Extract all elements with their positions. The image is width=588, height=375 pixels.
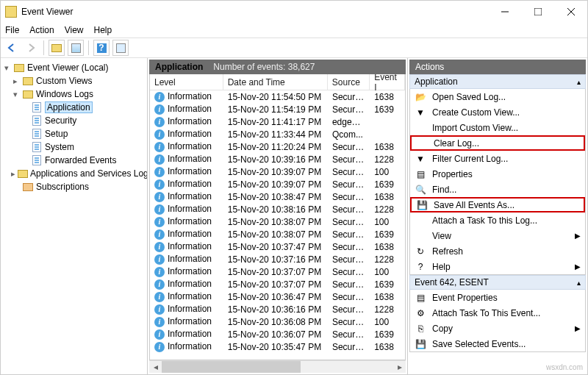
cell-datetime: 15-Nov-20 11:33:44 PM — [223, 129, 328, 140]
table-row[interactable]: iInformation15-Nov-20 10:37:07 PMSecurit… — [150, 278, 405, 290]
action-attach-a-task-to-this-log[interactable]: Attach a Task To this Log... — [410, 213, 585, 228]
action-label: Clear Log... — [434, 138, 479, 149]
back-button[interactable] — [4, 40, 20, 56]
col-eventid[interactable]: Event I — [370, 74, 405, 90]
table-row[interactable]: iInformation15-Nov-20 10:39:07 PMSecurit… — [150, 178, 405, 190]
forward-button[interactable] — [23, 40, 39, 56]
cell-level: Information — [168, 91, 212, 101]
cell-datetime: 15-Nov-20 10:36:47 PM — [223, 292, 328, 302]
expand-icon[interactable]: ▾ — [2, 63, 11, 73]
info-icon: i — [154, 167, 165, 177]
info-icon: i — [154, 204, 165, 215]
events-table[interactable]: Level Date and Time Source Event I iInfo… — [149, 74, 406, 360]
table-row[interactable]: iInformation15-Nov-20 10:38:07 PMSecurit… — [150, 215, 405, 228]
table-row[interactable]: iInformation15-Nov-20 11:33:44 PMQcom... — [150, 128, 405, 140]
action-copy[interactable]: ⎘Copy▶ — [410, 321, 585, 336]
table-row[interactable]: iInformation15-Nov-20 10:36:07 PMSecurit… — [150, 328, 405, 340]
cell-datetime: 15-Nov-20 10:38:07 PM — [223, 217, 328, 227]
action-refresh[interactable]: ↻Refresh — [410, 243, 585, 259]
close-button[interactable] — [554, 1, 587, 23]
tree-log-security[interactable]: Security — [45, 115, 76, 126]
maximize-button[interactable] — [521, 1, 554, 23]
action-open-saved-log[interactable]: 📂Open Saved Log... — [410, 89, 585, 104]
tree-log-forwarded[interactable]: Forwarded Events — [45, 155, 116, 165]
actions-group-application[interactable]: Application▴ — [409, 74, 586, 89]
tree-windows-logs[interactable]: Windows Logs — [36, 89, 93, 99]
filter-icon: ▼ — [415, 107, 426, 118]
toolbar-help-button[interactable]: ? — [93, 40, 110, 56]
cell-source: Securit... — [328, 217, 370, 227]
tree-log-application[interactable]: Application — [45, 101, 93, 113]
expand-icon[interactable]: ▸ — [11, 76, 20, 86]
cell-datetime: 15-Nov-20 10:38:47 PM — [223, 192, 328, 202]
tree-custom-views[interactable]: Custom Views — [36, 76, 92, 86]
action-view[interactable]: View▶ — [410, 228, 585, 243]
menu-file[interactable]: File — [5, 25, 19, 35]
table-row[interactable]: iInformation15-Nov-20 10:38:47 PMSecurit… — [150, 190, 405, 203]
col-level[interactable]: Level — [150, 74, 223, 90]
menu-help[interactable]: Help — [94, 25, 112, 35]
menu-view[interactable]: View — [65, 25, 84, 35]
tree-apps-logs[interactable]: Applications and Services Logs — [30, 168, 148, 179]
events-header: Application Number of events: 38,627 — [149, 60, 406, 74]
cell-eventid: 1638 — [370, 192, 405, 202]
scroll-right-icon[interactable]: ▸ — [393, 361, 406, 374]
cell-level: Information — [168, 316, 212, 326]
col-datetime[interactable]: Date and Time — [223, 74, 328, 90]
table-row[interactable]: iInformation15-Nov-20 11:54:50 PMSecurit… — [150, 90, 405, 103]
watermark: wsxdn.com — [546, 363, 583, 371]
table-row[interactable]: iInformation15-Nov-20 10:37:47 PMSecurit… — [150, 240, 405, 253]
action-label: Filter Current Log... — [432, 154, 508, 164]
info-icon: i — [154, 179, 165, 190]
horizontal-scrollbar[interactable]: ◂ ▸ — [149, 360, 406, 373]
table-row[interactable]: iInformation15-Nov-20 10:37:16 PMSecurit… — [150, 253, 405, 265]
tree-log-system[interactable]: System — [45, 142, 74, 152]
action-save-all-events-as[interactable]: 💾Save All Events As... — [410, 197, 585, 213]
action-event-properties[interactable]: ▤Event Properties — [410, 290, 585, 305]
table-row[interactable]: iInformation15-Nov-20 11:20:24 PMSecurit… — [150, 140, 405, 153]
log-icon — [32, 155, 41, 165]
toolbar-button-2[interactable] — [68, 40, 84, 56]
action-clear-log[interactable]: Clear Log... — [410, 135, 585, 151]
scroll-left-icon[interactable]: ◂ — [149, 361, 162, 374]
table-row[interactable]: iInformation15-Nov-20 10:37:07 PMSecurit… — [150, 265, 405, 278]
table-row[interactable]: iInformation15-Nov-20 10:39:16 PMSecurit… — [150, 153, 405, 165]
table-row[interactable]: iInformation15-Nov-20 10:35:47 PMSecurit… — [150, 340, 405, 353]
actions-group-event[interactable]: Event 642, ESENT▴ — [409, 275, 586, 290]
events-count: Number of events: 38,627 — [213, 62, 315, 72]
action-find[interactable]: 🔍Find... — [410, 182, 585, 197]
action-import-custom-view[interactable]: Import Custom View... — [410, 120, 585, 135]
tree-root[interactable]: Event Viewer (Local) — [27, 63, 109, 73]
action-properties[interactable]: ▤Properties — [410, 166, 585, 182]
expand-icon[interactable]: ▾ — [11, 90, 20, 99]
expand-icon[interactable]: ▸ — [11, 169, 15, 179]
cell-source: Securit... — [328, 292, 370, 302]
action-label: Event Properties — [432, 293, 498, 303]
table-row[interactable]: iInformation15-Nov-20 10:38:16 PMSecurit… — [150, 203, 405, 215]
tree-log-setup[interactable]: Setup — [45, 129, 68, 139]
blank-icon — [416, 138, 428, 149]
table-row[interactable]: iInformation15-Nov-20 11:54:19 PMSecurit… — [150, 103, 405, 115]
table-row[interactable]: iInformation15-Nov-20 10:36:47 PMSecurit… — [150, 290, 405, 303]
toolbar-button-3[interactable] — [112, 40, 129, 56]
action-attach-task-to-this-event[interactable]: ⚙Attach Task To This Event... — [410, 305, 585, 321]
col-source[interactable]: Source — [328, 74, 370, 90]
cell-datetime: 15-Nov-20 10:37:16 PM — [223, 254, 328, 265]
cell-level: Information — [168, 266, 212, 276]
log-icon — [32, 142, 41, 152]
action-save-selected-events[interactable]: 💾Save Selected Events... — [410, 336, 585, 351]
table-row[interactable]: iInformation15-Nov-20 10:36:16 PMSecurit… — [150, 303, 405, 315]
minimize-button[interactable] — [488, 1, 521, 23]
menu-action[interactable]: Action — [29, 25, 54, 35]
action-create-custom-view[interactable]: ▼Create Custom View... — [410, 104, 585, 120]
log-icon — [32, 115, 41, 126]
tree-subscriptions[interactable]: Subscriptions — [36, 182, 89, 192]
action-help[interactable]: ?Help▶ — [410, 259, 585, 274]
table-row[interactable]: iInformation15-Nov-20 10:38:07 PMSecurit… — [150, 228, 405, 240]
action-filter-current-log[interactable]: ▼Filter Current Log... — [410, 151, 585, 166]
table-row[interactable]: iInformation15-Nov-20 10:39:07 PMSecurit… — [150, 165, 405, 178]
scrollbar-thumb[interactable] — [162, 361, 301, 373]
toolbar-button-1[interactable] — [49, 40, 65, 56]
table-row[interactable]: iInformation15-Nov-20 11:41:17 PMedgeup.… — [150, 115, 405, 128]
table-row[interactable]: iInformation15-Nov-20 10:36:08 PMSecurit… — [150, 315, 405, 328]
